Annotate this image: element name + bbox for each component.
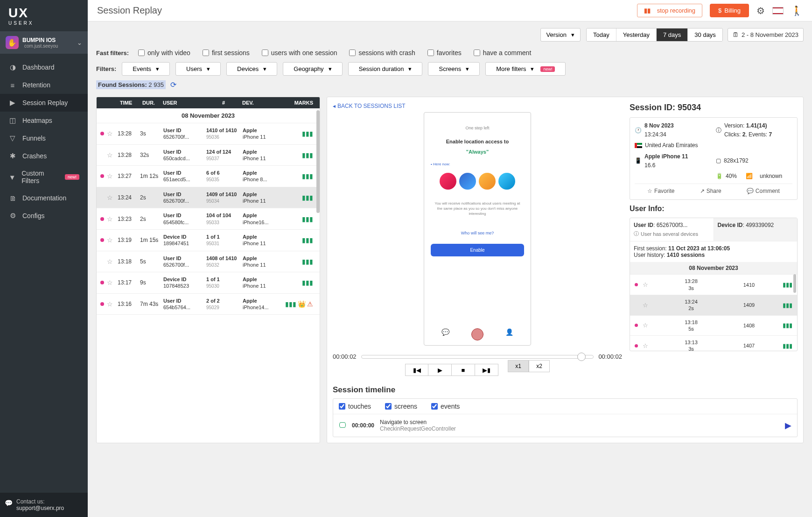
- player-area: ◂BACK TO SESSIONS LIST One step left Ena…: [327, 97, 804, 443]
- filter-users-dropdown[interactable]: Users▾: [175, 62, 221, 76]
- contact-email[interactable]: support@userx.pro: [16, 505, 64, 511]
- speed-x2-button[interactable]: x2: [529, 360, 550, 372]
- checkbox[interactable]: [385, 403, 392, 410]
- star-icon[interactable]: ☆: [107, 172, 113, 180]
- sidebar-item-session-replay[interactable]: ▶Session Replay: [0, 94, 88, 112]
- star-icon[interactable]: ☆: [107, 300, 113, 308]
- table-row[interactable]: ☆ 13:24 2s User ID6526700f... 1409 of 14…: [97, 187, 320, 209]
- app-icon: ✋: [6, 36, 19, 49]
- timeline-filter-events[interactable]: events: [431, 403, 460, 410]
- checkbox[interactable]: [339, 403, 345, 410]
- checkbox[interactable]: [203, 50, 209, 56]
- star-icon[interactable]: ☆: [107, 215, 113, 223]
- cell-user: User ID6526700f...: [163, 127, 206, 141]
- share-action[interactable]: ↗Share: [700, 187, 721, 196]
- star-icon[interactable]: ☆: [643, 342, 648, 349]
- table-row[interactable]: ☆ 13:17 9s Device ID107848523 1 of 19503…: [97, 272, 320, 294]
- next-button[interactable]: ▶▮: [475, 364, 498, 376]
- checkbox[interactable]: [349, 50, 356, 56]
- version-dropdown[interactable]: Version▾: [540, 28, 581, 42]
- found-row: Found Sessions: 2 935 ⟳: [96, 80, 804, 89]
- avatar: [440, 173, 456, 190]
- sidebar-item-configs[interactable]: ⚙Configs: [0, 207, 88, 225]
- billing-button[interactable]: $Billing: [710, 4, 749, 17]
- fast-filter-only-with-video[interactable]: only with video: [138, 49, 190, 57]
- star-icon[interactable]: ☆: [107, 279, 113, 286]
- sidebar-item-documentation[interactable]: 🗎Documentation: [0, 189, 88, 207]
- fast-filter-favorites[interactable]: favorites: [427, 49, 462, 57]
- user-session-row[interactable]: ☆ 13:185s 1408 ▮▮▮: [630, 316, 797, 336]
- filter-screens-dropdown[interactable]: Screens▾: [428, 62, 480, 76]
- star-icon[interactable]: ☆: [107, 236, 113, 244]
- star-icon[interactable]: ☆: [643, 322, 648, 329]
- user-session-row[interactable]: ☆ 13:242s 1409 ▮▮▮: [630, 295, 797, 316]
- date-tab-today[interactable]: Today: [587, 28, 616, 41]
- back-to-sessions-link[interactable]: ◂BACK TO SESSIONS LIST: [333, 103, 406, 109]
- table-row[interactable]: ☆ 13:18 5s User ID6526700f... 1408 of 14…: [97, 251, 320, 273]
- fast-filter-sessions-with-crash[interactable]: sessions with crash: [349, 49, 415, 57]
- date-tab-30-days[interactable]: 30 days: [688, 28, 722, 41]
- fast-filter-first-sessions[interactable]: first sessions: [203, 49, 250, 57]
- user-session-row[interactable]: ☆ 13:283s 1410 ▮▮▮: [630, 275, 797, 295]
- prev-button[interactable]: ▮◀: [405, 364, 428, 376]
- progress-bar[interactable]: [361, 355, 594, 359]
- table-row[interactable]: ☆ 13:23 2s User ID654580fc... 104 of 104…: [97, 208, 320, 230]
- checkbox[interactable]: [431, 403, 438, 410]
- refresh-icon[interactable]: ⟳: [170, 80, 176, 89]
- date-tab-7-days[interactable]: 7 days: [657, 28, 688, 41]
- star-icon[interactable]: ☆: [643, 281, 648, 288]
- more-filters-dropdown[interactable]: More filters▾new!: [485, 62, 566, 76]
- date-range-picker[interactable]: 🗓2 - 8 November 2023: [728, 28, 804, 42]
- stop-button[interactable]: ■: [452, 364, 475, 376]
- checkbox[interactable]: [138, 50, 145, 56]
- fast-filter-have-a-comment[interactable]: have a comment: [474, 49, 532, 57]
- table-row[interactable]: ☆ 13:19 1m 15s Device ID189847451 1 of 1…: [97, 230, 320, 251]
- phone-enable-button: Enable: [431, 244, 524, 256]
- sidebar-item-crashes[interactable]: ✱Crashes: [0, 147, 88, 165]
- cell-dur: 5s: [140, 258, 163, 265]
- sidebar-item-retention[interactable]: ≡Retention: [0, 76, 88, 94]
- content: Version▾ TodayYesterday7 days30 days 🗓2 …: [88, 21, 812, 450]
- timeline-play-icon[interactable]: ▶: [785, 420, 791, 431]
- contact-label: Contact us:: [16, 498, 64, 505]
- speed-x1-button[interactable]: x1: [508, 360, 529, 372]
- person-icon[interactable]: 🚶: [791, 5, 803, 16]
- filter-geography-dropdown[interactable]: Geography▾: [283, 62, 342, 76]
- table-row[interactable]: ☆ 13:27 1m 12s User ID651aecd5... 6 of 6…: [97, 166, 320, 187]
- sidebar-item-custom-filters[interactable]: ▼Custom Filtersnew!: [0, 165, 88, 189]
- scrollbar-thumb[interactable]: [793, 274, 796, 293]
- gear-icon[interactable]: ⚙: [756, 5, 765, 16]
- scrollbar-thumb[interactable]: [316, 110, 320, 213]
- timeline-filter-screens[interactable]: screens: [385, 403, 417, 410]
- table-row[interactable]: ☆ 13:16 7m 43s User ID654b5764... 2 of 2…: [97, 294, 320, 315]
- filter-devices-dropdown[interactable]: Devices▾: [226, 62, 277, 76]
- timeline-event[interactable]: 🖵 00:00:00 Navigate to screenCheckinRequ…: [333, 414, 797, 437]
- favorite-action[interactable]: ☆Favorite: [647, 187, 674, 196]
- star-icon[interactable]: ☆: [107, 194, 113, 201]
- user-session-row[interactable]: ☆ 13:133s 1407 ▮▮▮: [630, 336, 797, 351]
- date-tab-yesterday[interactable]: Yesterday: [616, 28, 657, 41]
- nav-label: Custom Filters: [21, 170, 59, 184]
- star-icon[interactable]: ☆: [643, 302, 648, 309]
- play-button[interactable]: ▶: [428, 364, 452, 376]
- checkbox[interactable]: [427, 50, 434, 56]
- us-flag-icon[interactable]: [772, 7, 784, 14]
- checkbox[interactable]: [262, 50, 268, 56]
- sidebar-item-heatmaps[interactable]: ◫Heatmaps: [0, 112, 88, 129]
- filter-events-dropdown[interactable]: Events▾: [122, 62, 170, 76]
- checkbox[interactable]: [474, 50, 480, 56]
- sidebar-item-funnels[interactable]: ▽Funnels: [0, 129, 88, 147]
- star-icon[interactable]: ☆: [107, 151, 113, 159]
- stop-recording-button[interactable]: ▮▮stop recording: [637, 4, 702, 17]
- timeline-filter-touches[interactable]: touches: [339, 403, 371, 410]
- table-row[interactable]: ☆ 13:28 32s User ID650cadcd... 124 of 12…: [97, 145, 320, 166]
- app-selector[interactable]: ✋ BUMPIN IOS com.just.seeyou ⌄: [0, 31, 88, 54]
- fast-filter-users-with-one-session[interactable]: users with one session: [262, 49, 337, 57]
- comment-action[interactable]: 💬Comment: [747, 187, 780, 196]
- filter-session-duration-dropdown[interactable]: Session duration▾: [348, 62, 423, 76]
- progress-knob[interactable]: [577, 353, 586, 361]
- table-row[interactable]: ☆ 13:28 3s User ID6526700f... 1410 of 14…: [97, 123, 320, 145]
- star-icon[interactable]: ☆: [107, 130, 113, 137]
- sidebar-item-dashboard[interactable]: ◑Dashboard: [0, 58, 88, 76]
- star-icon[interactable]: ☆: [107, 258, 113, 265]
